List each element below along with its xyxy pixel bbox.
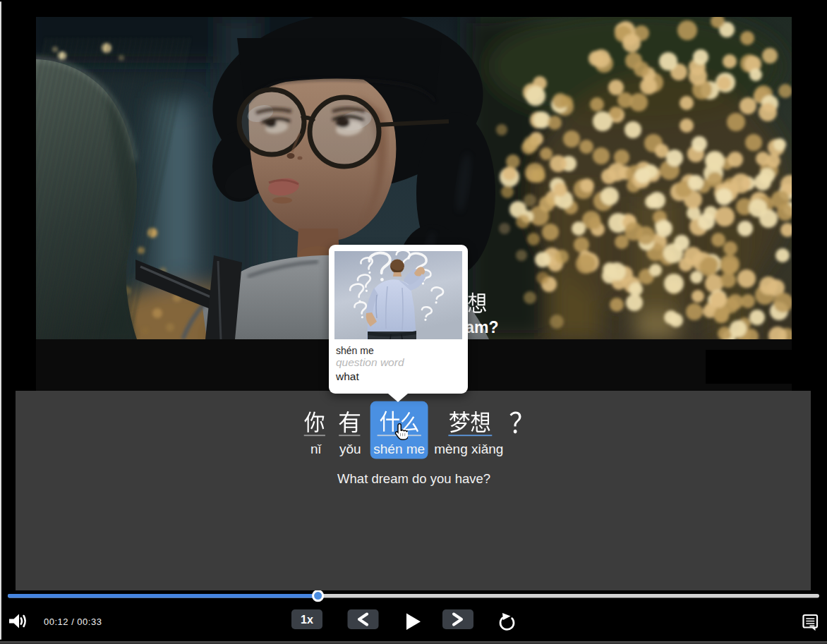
svg-text:shén me: shén me: [373, 442, 425, 456]
svg-text:What dream do you have?: What dream do you have?: [337, 471, 490, 486]
svg-text:yǒu: yǒu: [339, 442, 361, 456]
svg-text:mèng xiǎng: mèng xiǎng: [434, 442, 503, 456]
svg-text:00:12 / 00:33: 00:12 / 00:33: [44, 616, 102, 627]
svg-text:1x: 1x: [301, 614, 313, 626]
svg-text:nǐ: nǐ: [310, 442, 322, 456]
